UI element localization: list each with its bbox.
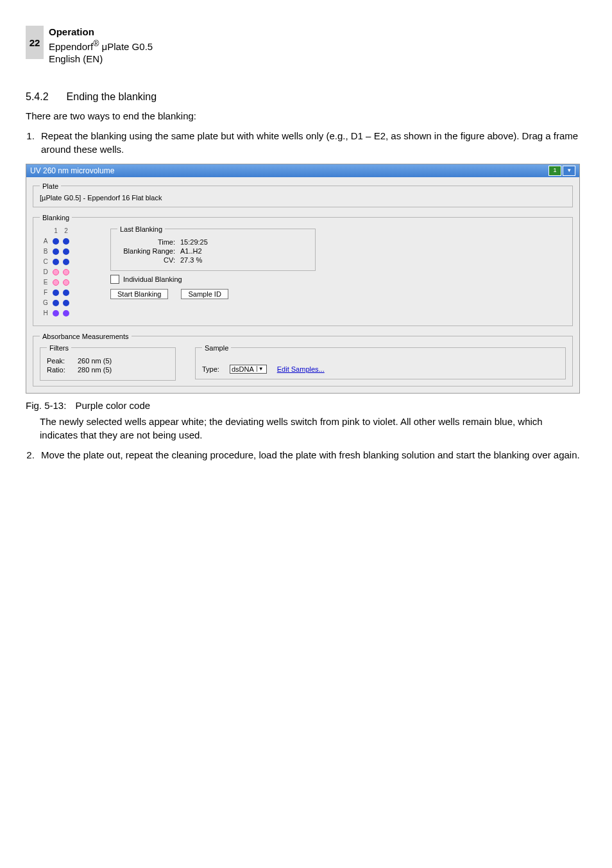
row-header-F: F	[41, 288, 50, 297]
ratio-label: Ratio:	[47, 366, 72, 374]
intro-text: There are two ways to end the blanking:	[26, 109, 580, 123]
page-number: 22	[26, 26, 44, 59]
titlebar-btn-1[interactable]: 1	[548, 166, 561, 176]
app-titlebar: UV 260 nm microvolume 1 ▾	[26, 164, 579, 177]
doc-header: Operation Eppendorf® μPlate G0.5 English…	[49, 26, 153, 65]
start-blanking-button[interactable]: Start Blanking	[110, 289, 168, 299]
well-H2[interactable]	[62, 309, 71, 318]
absorbance-legend: Absorbance Measurements	[40, 333, 132, 340]
absorbance-fieldset: Absorbance Measurements Filters Peak:260…	[33, 333, 573, 386]
peak-value: 260 nm (5)	[78, 357, 116, 365]
section-heading: 5.4.2Ending the blanking	[26, 91, 580, 103]
titlebar-btn-dropdown[interactable]: ▾	[563, 166, 575, 176]
app-title: UV 260 nm microvolume	[30, 164, 114, 177]
well-A2[interactable]	[62, 237, 71, 246]
blanking-legend: Blanking	[40, 214, 72, 221]
lb-cv-value: 27.3 %	[180, 256, 219, 264]
row-header-E: E	[41, 278, 50, 287]
individual-blanking-label: Individual Blanking	[123, 275, 182, 283]
well-G1[interactable]	[51, 299, 60, 308]
sample-legend: Sample	[202, 344, 231, 352]
well-G2[interactable]	[62, 299, 71, 308]
well-F2[interactable]	[62, 288, 71, 297]
well-grid[interactable]: 1 2 A B C D E F G H	[40, 225, 72, 319]
section-title: Ending the blanking	[67, 91, 157, 102]
plate-fieldset: Plate [µPlate G0.5] - Eppendorf 16 Flat …	[33, 182, 573, 207]
sample-id-button[interactable]: Sample ID	[181, 289, 228, 299]
figure-label: Fig. 5-13:	[26, 400, 66, 411]
well-A1[interactable]	[51, 237, 60, 246]
type-label: Type:	[202, 365, 219, 373]
header-language: English (EN)	[49, 53, 153, 65]
header-product: Eppendorf® μPlate G0.5	[49, 39, 153, 53]
well-B2[interactable]	[62, 247, 71, 256]
row-header-A: A	[41, 237, 50, 246]
well-C2[interactable]	[62, 257, 71, 266]
plate-legend: Plate	[40, 182, 61, 190]
last-blanking-fieldset: Last Blanking Time:15:29:25 Blanking Ran…	[110, 225, 316, 271]
type-dropdown[interactable]: dsDNA ▼	[230, 365, 267, 374]
step-2: Move the plate out, repeat the cleaning …	[37, 448, 580, 462]
col-header-1: 1	[51, 227, 60, 236]
well-F1[interactable]	[51, 288, 60, 297]
row-header-G: G	[41, 299, 50, 308]
figure-caption: Fig. 5-13:Purple color code	[26, 400, 580, 411]
well-B1[interactable]	[51, 247, 60, 256]
step-list: Repeat the blanking using the same plate…	[26, 129, 580, 156]
well-E2[interactable]	[62, 278, 71, 287]
well-E1[interactable]	[51, 278, 60, 287]
blanking-fieldset: Blanking 1 2 A B C D E F	[33, 214, 573, 326]
row-header-D: D	[41, 268, 50, 277]
plate-description: [µPlate G0.5] - Eppendorf 16 Flat black	[40, 194, 566, 202]
step-1: Repeat the blanking using the same plate…	[37, 129, 580, 156]
figure-title: Purple color code	[75, 400, 150, 411]
lb-cv-label: CV:	[117, 256, 175, 264]
ratio-value: 280 nm (5)	[78, 366, 116, 374]
row-header-H: H	[41, 309, 50, 318]
row-header-C: C	[41, 257, 50, 266]
step-list-2: Move the plate out, repeat the cleaning …	[26, 448, 580, 462]
lb-time-value: 15:29:25	[180, 238, 219, 246]
type-selected-value: dsDNA	[232, 365, 254, 373]
peak-label: Peak:	[47, 357, 72, 365]
section-number: 5.4.2	[26, 91, 49, 102]
lb-range-value: A1..H2	[180, 247, 219, 255]
after-fig-text: The newly selected wells appear white; t…	[40, 415, 580, 442]
well-H1[interactable]	[51, 309, 60, 318]
individual-blanking-checkbox[interactable]	[110, 275, 119, 284]
last-blanking-legend: Last Blanking	[117, 225, 165, 233]
lb-range-label: Blanking Range:	[117, 247, 175, 255]
filters-fieldset: Filters Peak:260 nm (5) Ratio:280 nm (5)	[40, 344, 176, 381]
lb-time-label: Time:	[117, 238, 175, 246]
row-header-B: B	[41, 247, 50, 256]
sample-fieldset: Sample Type: dsDNA ▼ Edit Samples...	[195, 344, 566, 379]
well-D1[interactable]	[51, 268, 60, 277]
well-D2[interactable]	[62, 268, 71, 277]
chevron-down-icon: ▼	[257, 366, 265, 372]
edit-samples-link[interactable]: Edit Samples...	[277, 365, 325, 373]
filters-legend: Filters	[47, 344, 71, 352]
app-screenshot: UV 260 nm microvolume 1 ▾ Plate [µPlate …	[26, 164, 580, 394]
header-operation: Operation	[49, 26, 153, 39]
well-C1[interactable]	[51, 257, 60, 266]
col-header-2: 2	[62, 227, 71, 236]
